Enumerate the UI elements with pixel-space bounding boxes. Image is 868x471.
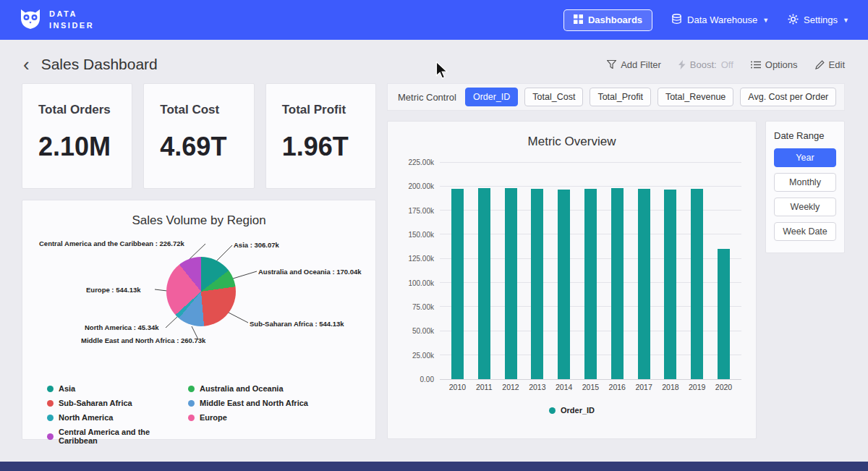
y-tick-label: 125.00k <box>408 255 434 263</box>
nav-data-warehouse-label: Data Warehouse <box>687 14 757 25</box>
kpi-card-total-orders: Total Orders 2.10M <box>22 83 132 189</box>
kpi-card-total-cost: Total Cost 4.69T <box>143 83 254 189</box>
y-tick-label: 50.00k <box>412 327 434 335</box>
x-tick-label: 2013 <box>524 383 550 391</box>
kpi-card-total-profit: Total Profit 1.96T <box>265 83 376 189</box>
bar-2014[interactable] <box>558 190 570 379</box>
y-tick-label: 0.00 <box>420 375 434 383</box>
date-range-label: Date Range <box>774 130 836 141</box>
x-tick-label: 2020 <box>710 383 737 391</box>
bar-chart-title: Metric Overview <box>402 135 741 149</box>
pie-legend-item-australia-and-oceania[interactable]: Australia and Oceania <box>188 384 351 393</box>
legend-label: Asia <box>59 384 75 393</box>
bar-2018[interactable] <box>664 190 676 379</box>
legend-label: Central America and the Caribbean <box>59 428 188 445</box>
metric-button-total-revenue[interactable]: Total_Revenue <box>658 88 733 106</box>
pie-callout-asia: Asia : 306.07k <box>234 241 279 249</box>
pie-legend: AsiaAustralia and OceaniaSub-Saharan Afr… <box>47 384 351 445</box>
metric-button-avg-cost-per-order[interactable]: Avg. Cost per Order <box>740 88 836 106</box>
footer-bar <box>0 462 868 471</box>
kpi-label: Total Orders <box>38 103 116 117</box>
date-range-buttons: YearMonthlyWeeklyWeek Date <box>774 148 836 241</box>
y-tick-label: 175.00k <box>408 206 434 214</box>
options-list-icon <box>751 61 761 69</box>
pie-chart-title: Sales Volume by Region <box>33 213 365 228</box>
metric-button-total-cost[interactable]: Total_Cost <box>524 88 583 106</box>
pie-legend-item-central-america-and-the-caribbean[interactable]: Central America and the Caribbean <box>47 428 188 445</box>
brand-logo: DATA INSIDER <box>19 8 94 33</box>
kpi-value: 1.96T <box>282 132 359 162</box>
x-tick-label: 2017 <box>631 383 658 391</box>
legend-label: Sub-Saharan Africa <box>59 399 132 407</box>
legend-dot <box>47 400 54 407</box>
chevron-down-icon: ▼ <box>843 17 849 24</box>
kpi-value: 2.10M <box>38 132 116 162</box>
pie-callout-middle-east-and-north-africa: Middle East and North Africa : 260.73k <box>81 336 205 344</box>
options-label: Options <box>765 59 798 70</box>
legend-label: Middle East and North Africa <box>200 399 308 407</box>
bar-2017[interactable] <box>638 189 650 379</box>
options-button[interactable]: Options <box>751 59 798 70</box>
y-tick-label: 100.00k <box>408 279 434 287</box>
date-range-button-week-date[interactable]: Week Date <box>774 222 836 241</box>
metric-control-buttons: Order_IDTotal_CostTotal_ProfitTotal_Reve… <box>465 88 836 106</box>
pie-legend-item-asia[interactable]: Asia <box>47 384 188 393</box>
nav-settings-button[interactable]: Settings ▼ <box>788 14 849 27</box>
date-range-button-year[interactable]: Year <box>774 148 836 167</box>
pie-legend-item-north-america[interactable]: North America <box>47 413 188 422</box>
bar-chart-card: Metric Overview 225.00k200.00k175.00k150… <box>387 121 757 439</box>
bar-2012[interactable] <box>505 188 517 379</box>
x-tick-label: 2010 <box>444 383 471 391</box>
pie-legend-item-middle-east-and-north-africa[interactable]: Middle East and North Africa <box>188 399 351 407</box>
metric-button-order-id[interactable]: Order_ID <box>465 88 518 106</box>
bar-2010[interactable] <box>451 189 464 379</box>
bar-2020[interactable] <box>718 249 730 379</box>
pie-chart-area: Asia : 306.07kAustralia and Oceania : 17… <box>33 234 365 378</box>
boost-bolt-icon <box>678 60 686 69</box>
brand-name-line2: INSIDER <box>49 20 94 31</box>
add-filter-button[interactable]: Add Filter <box>607 59 661 70</box>
pie-callout-north-america: North America : 45.34k <box>85 323 159 331</box>
legend-label: Europe <box>200 413 227 422</box>
boost-value: Off <box>721 59 733 70</box>
bar-2019[interactable] <box>691 189 703 379</box>
brand-name-line1: DATA <box>49 9 94 20</box>
nav-settings-label: Settings <box>804 14 838 25</box>
x-tick-label: 2012 <box>498 383 524 391</box>
bar-2015[interactable] <box>584 189 597 379</box>
pie-chart[interactable] <box>166 257 236 326</box>
bar-2011[interactable] <box>478 188 490 379</box>
page-header: ‹ Sales Dashboard Add Filter Boost: Off … <box>0 40 868 83</box>
pie-legend-item-europe[interactable]: Europe <box>188 413 351 422</box>
y-tick-label: 75.00k <box>412 303 434 311</box>
metric-button-total-profit[interactable]: Total_Profit <box>590 88 651 106</box>
dashboard-grid-icon <box>574 14 583 26</box>
y-tick-label: 225.00k <box>408 158 434 166</box>
x-tick-label: 2018 <box>658 383 684 391</box>
pie-callout-central-america-and-the-caribbean: Central America and the Caribbean : 226.… <box>39 239 184 247</box>
metric-control-label: Metric Control <box>398 92 456 103</box>
top-navigation-bar: DATA INSIDER Dashboards <box>0 0 868 40</box>
filter-funnel-icon <box>607 60 616 69</box>
x-tick-label: 2016 <box>604 383 631 391</box>
date-range-button-weekly[interactable]: Weekly <box>774 198 836 216</box>
kpi-label: Total Cost <box>160 103 237 117</box>
database-icon <box>671 14 682 27</box>
edit-button[interactable]: Edit <box>815 59 845 70</box>
x-tick-label: 2019 <box>684 383 710 391</box>
legend-label: Australia and Oceania <box>200 384 284 393</box>
nav-dashboards-button[interactable]: Dashboards <box>563 9 652 31</box>
boost-toggle[interactable]: Boost: Off <box>678 59 733 70</box>
pie-legend-item-sub-saharan-africa[interactable]: Sub-Saharan Africa <box>47 399 188 407</box>
page-title: Sales Dashboard <box>41 56 158 73</box>
legend-dot <box>188 386 195 392</box>
date-range-button-monthly[interactable]: Monthly <box>774 173 836 192</box>
bar-2016[interactable] <box>611 188 624 379</box>
pie-callout-europe: Europe : 544.13k <box>86 286 141 294</box>
bar-2013[interactable] <box>531 189 543 379</box>
back-button[interactable]: ‹ <box>22 57 31 72</box>
x-tick-label: 2011 <box>471 383 498 391</box>
bar-yaxis: 225.00k200.00k175.00k150.00k125.00k100.0… <box>402 162 440 379</box>
bar-series <box>440 162 741 379</box>
nav-data-warehouse-button[interactable]: Data Warehouse ▼ <box>671 14 769 27</box>
